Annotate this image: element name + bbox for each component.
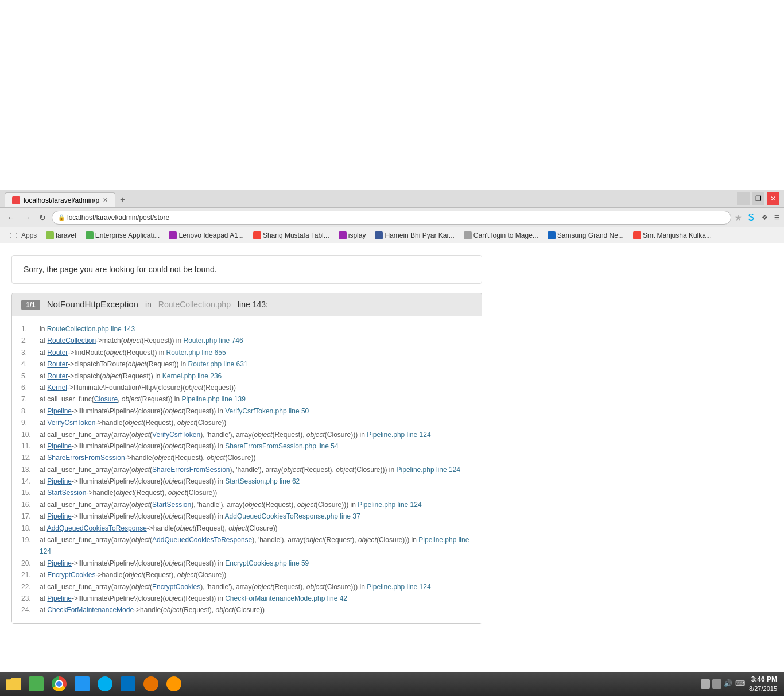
folder-icon [6,676,21,691]
stack-num-10: 10. [21,429,37,440]
close-button[interactable]: ✕ [767,192,779,205]
taskbar-chrome-button[interactable] [48,673,70,695]
tray-icon-2[interactable] [712,679,721,689]
stack-item-21: 21. at EncryptCookies->handle(object(Req… [21,569,472,581]
stack-item-1: 1. in RouteCollection.php line 143 [21,323,472,335]
stack-num-1: 1. [21,323,37,335]
stack-text-15: at StartSession->handle(object(Request),… [40,487,217,498]
skype-icon-taskbar [98,676,112,691]
taskbar-chart-button[interactable] [25,673,47,695]
stack-text-19: at call_user_func_array(array(object(Add… [40,534,472,558]
exception-name: NotFoundHttpException [47,299,138,309]
volume-icon[interactable]: 🔊 [724,679,733,689]
exception-file: RouteCollection.php [158,300,231,309]
bookmark-lenovo[interactable]: Lenovo Ideapad A1... [165,230,247,241]
stack-text-16: at call_user_func_array(array(object(Sta… [40,499,422,511]
stack-num-2: 2. [21,335,37,346]
restore-button[interactable]: ❐ [752,192,764,205]
stack-item-2: 2. at RouteCollection->match(object(Requ… [21,335,472,346]
window-controls: — ❐ ✕ [737,192,779,205]
stack-num-21: 21. [21,569,37,581]
chart-icon [29,676,44,691]
bookmark-favicon-hamein [375,231,383,239]
url-bar[interactable]: 🔒 localhost/laravel/admin/post/store [52,211,731,225]
stack-num-5: 5. [21,370,37,382]
stack-item-3: 3. at Router->findRoute(object(Request))… [21,347,472,358]
mail-icon [75,676,90,691]
tab-bar: localhost/laravel/admin/p ✕ + [5,190,130,207]
stack-item-24: 24. at CheckForMaintenanceMode->handle(o… [21,604,472,616]
network-icon[interactable]: ⌨ [735,679,744,689]
back-button[interactable]: ← [5,212,17,223]
bookmark-label-lenovo: Lenovo Ideapad A1... [178,231,243,239]
tab-favicon [12,196,20,204]
top-blank-area [0,0,784,190]
stack-num-24: 24. [21,604,37,616]
reload-button[interactable]: ↻ [37,212,48,223]
taskbar-skype-button[interactable] [94,673,116,695]
extension-icon[interactable]: ❖ [759,212,771,223]
taskbar-star-button[interactable] [163,673,185,695]
bookmark-star-button[interactable]: ★ [735,213,742,222]
stack-item-13: 13. at call_user_func_array(array(object… [21,464,472,475]
stack-num-3: 3. [21,347,37,358]
stack-num-16: 16. [21,499,37,511]
tab-close-button[interactable]: ✕ [103,196,108,204]
bookmark-shariq[interactable]: Shariq Mustafa Tabl... [250,230,333,241]
stack-num-18: 18. [21,523,37,534]
tab-title: localhost/laravel/admin/p [24,196,99,204]
bookmark-enterprise[interactable]: Enterprise Applicati... [82,230,164,241]
forward-button[interactable]: → [21,212,33,223]
bookmarks-bar: ⋮⋮ Apps laravel Enterprise Applicati... … [0,227,784,243]
stack-num-19: 19. [21,534,37,558]
bookmark-label-enterprise: Enterprise Applicati... [95,231,160,239]
bookmark-favicon-isplay [339,231,347,239]
error-message-box: Sorry, the page you are looking for coul… [11,255,482,284]
minimize-button[interactable]: — [737,192,750,205]
bookmark-samsung[interactable]: Samsung Grand Ne... [544,230,627,241]
apps-label: Apps [21,231,37,239]
stack-text-5: at Router->dispatch(object(Request)) in … [40,370,222,382]
url-text: localhost/laravel/admin/post/store [67,214,169,222]
system-clock[interactable]: 3:46 PM 8/27/2015 [749,675,777,693]
stack-item-17: 17. at Pipeline->Illuminate\Pipeline\{cl… [21,511,472,522]
tray-icon-1[interactable] [701,679,710,689]
bookmark-label-smt: Smt Manjusha Kulka... [643,231,712,239]
bookmark-label-cant-login: Can't login to Mage... [473,231,538,239]
stack-item-4: 4. at Router->dispatchToRoute(object(Req… [21,358,472,370]
stack-text-1: in RouteCollection.php line 143 [40,323,135,335]
stack-item-19: 19. at call_user_func_array(array(object… [21,534,472,558]
skype-icon[interactable]: S [746,212,757,223]
stack-num-8: 8. [21,405,37,417]
taskbar-mail-button[interactable] [71,673,93,695]
taskbar-folder-button[interactable] [2,673,24,695]
bookmark-cant-login[interactable]: Can't login to Mage... [460,230,542,241]
new-tab-button[interactable]: + [115,192,130,207]
stack-item-20: 20. at Pipeline->Illuminate\Pipeline\{cl… [21,558,472,569]
stack-text-10: at call_user_func_array(array(object(Ver… [40,429,431,440]
stack-text-12: at ShareErrorsFromSession->handle(object… [40,452,256,463]
taskbar-firefox-button[interactable] [140,673,162,695]
browser-sidebar-icons: S ❖ [746,212,771,223]
bookmark-hamein[interactable]: Hamein Bhi Pyar Kar... [371,230,457,241]
bookmarks-apps-item[interactable]: ⋮⋮ Apps [5,230,40,241]
stack-num-20: 20. [21,558,37,569]
stack-item-8: 8. at Pipeline->Illuminate\Pipeline\{clo… [21,405,472,417]
stack-num-6: 6. [21,382,37,393]
bookmark-favicon-lenovo [169,231,177,239]
bookmark-smt[interactable]: Smt Manjusha Kulka... [630,230,715,241]
browser-menu-button[interactable]: ≡ [774,212,779,223]
active-tab[interactable]: localhost/laravel/admin/p ✕ [5,192,115,207]
stack-item-15: 15. at StartSession->handle(object(Reque… [21,487,472,498]
bookmark-laravel[interactable]: laravel [42,230,79,241]
stack-item-22: 22. at call_user_func_array(array(object… [21,581,472,593]
bookmark-isplay[interactable]: isplay [335,230,370,241]
taskbar-box-button[interactable] [117,673,139,695]
stack-item-12: 12. at ShareErrorsFromSession->handle(ob… [21,452,472,463]
stack-num-17: 17. [21,511,37,522]
url-lock-icon: 🔒 [58,214,65,221]
stack-text-11: at Pipeline->Illuminate\Pipeline\{closur… [40,440,339,452]
stack-text-18: at AddQueuedCookiesToResponse->handle(ob… [40,523,278,534]
stack-text-14: at Pipeline->Illuminate\Pipeline\{closur… [40,475,300,487]
system-tray: 🔊 ⌨ [701,679,744,689]
